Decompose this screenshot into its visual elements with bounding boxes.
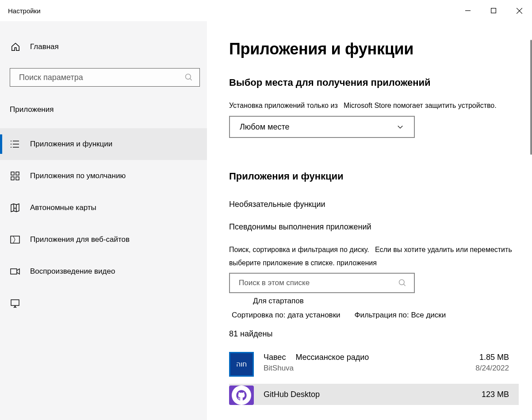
sidebar-item-label: Приложения для веб-сайтов xyxy=(30,235,130,244)
settings-search[interactable] xyxy=(10,68,200,87)
install-source-dropdown[interactable]: Любом месте xyxy=(229,116,415,138)
app-search-input[interactable] xyxy=(239,279,398,287)
sidebar: Главная Приложения Приложения и функции … xyxy=(0,21,207,420)
chevron-down-icon xyxy=(396,123,404,131)
search-icon xyxy=(184,73,193,82)
window-controls xyxy=(455,2,532,19)
sidebar-item-label: Приложения и функции xyxy=(30,140,112,149)
apps-heading: Приложения и функции xyxy=(229,171,519,182)
sidebar-item-label: Воспроизведение видео xyxy=(30,267,115,276)
sidebar-item-default-apps[interactable]: Приложения по умолчанию xyxy=(0,160,207,192)
close-button[interactable] xyxy=(506,2,532,19)
home-label: Главная xyxy=(30,42,59,51)
found-count-row: 81 найдены xyxy=(229,329,519,339)
app-meta: 1.85 MB 8/24/2022 xyxy=(475,352,515,373)
sort-filter-row: Сортировка по: дата установки Фильтрация… xyxy=(229,311,519,320)
app-row[interactable]: GitHub Desktop 123 MB xyxy=(229,384,519,405)
home-nav[interactable]: Главная xyxy=(0,41,207,53)
startup-hint: Для стартапов xyxy=(253,297,519,305)
svg-line-23 xyxy=(404,284,406,286)
svg-rect-1 xyxy=(491,8,496,13)
scrollbar[interactable] xyxy=(530,40,532,155)
source-heading: Выбор места для получения приложений xyxy=(229,77,519,88)
dropdown-value: Любом месте xyxy=(240,122,289,132)
page-title: Приложения и функции xyxy=(229,40,519,58)
app-info: Чавес Мессианское радио BitShuva xyxy=(264,352,475,373)
svg-rect-14 xyxy=(11,177,14,180)
search-icon xyxy=(398,279,407,287)
svg-rect-19 xyxy=(11,269,17,274)
app-info: GitHub Desktop xyxy=(264,389,482,399)
main-content: Приложения и функции Выбор места для пол… xyxy=(207,21,532,420)
app-date: 8/24/2022 xyxy=(475,364,509,373)
sidebar-item-apps-features[interactable]: Приложения и функции xyxy=(0,128,207,160)
app-extra: Мессианское радио xyxy=(295,353,369,362)
minimize-icon xyxy=(465,8,471,13)
found-count: 81 xyxy=(229,329,238,338)
svg-point-4 xyxy=(186,74,191,80)
apps-hint: Поиск, сортировка и фильтрация по диску.… xyxy=(229,243,519,270)
app-list-search[interactable] xyxy=(229,273,415,293)
window-title: Настройки xyxy=(8,7,41,15)
home-icon xyxy=(11,42,20,52)
titlebar: Настройки xyxy=(0,0,532,21)
app-size: 1.85 MB xyxy=(475,353,509,362)
app-size: 123 MB xyxy=(482,390,509,399)
optional-features-link[interactable]: Необязательные функции xyxy=(229,200,519,209)
found-label: найдены xyxy=(240,329,272,338)
app-publisher: BitShuva xyxy=(264,364,475,373)
maximize-button[interactable] xyxy=(481,2,506,19)
app-tile-icon: חוה xyxy=(229,352,254,377)
sidebar-item-startup[interactable] xyxy=(0,287,207,319)
app-meta: 123 MB xyxy=(482,389,515,399)
sidebar-item-label: Автономные карты xyxy=(30,203,96,212)
minimize-button[interactable] xyxy=(455,2,481,19)
list-icon xyxy=(10,139,20,149)
svg-rect-12 xyxy=(11,172,14,175)
website-icon xyxy=(10,234,20,245)
sidebar-section-label: Приложения xyxy=(0,105,207,114)
source-desc: Установка приложений только из Microsoft… xyxy=(229,102,519,110)
svg-point-22 xyxy=(399,279,405,285)
filter-selector[interactable]: Фильтрация по: Все диски xyxy=(355,311,446,320)
map-icon xyxy=(10,202,20,213)
svg-rect-15 xyxy=(16,177,19,180)
maximize-icon xyxy=(491,8,496,13)
sort-selector[interactable]: Сортировка по: дата установки xyxy=(232,311,341,320)
video-icon xyxy=(10,266,20,277)
defaults-icon xyxy=(10,171,20,181)
sidebar-item-label: Приложения по умолчанию xyxy=(30,172,126,180)
github-icon xyxy=(235,389,248,401)
search-input[interactable] xyxy=(19,73,184,82)
app-tile-icon xyxy=(229,386,254,405)
app-name: GitHub Desktop xyxy=(264,390,320,399)
app-name: Чавес xyxy=(264,353,286,362)
app-row[interactable]: חוה Чавес Мессианское радио BitShuva 1.8… xyxy=(229,348,519,382)
sidebar-item-video-playback[interactable]: Воспроизведение видео xyxy=(0,256,207,287)
execution-aliases-link[interactable]: Псевдонимы выполнения приложений xyxy=(229,222,519,232)
svg-line-5 xyxy=(190,79,192,80)
close-icon xyxy=(517,8,522,14)
sidebar-item-offline-maps[interactable]: Автономные карты xyxy=(0,192,207,224)
svg-rect-20 xyxy=(11,300,19,305)
startup-icon xyxy=(10,298,20,309)
sidebar-item-web-apps[interactable]: Приложения для веб-сайтов xyxy=(0,224,207,256)
app-list: חוה Чавес Мессианское радио BitShuva 1.8… xyxy=(229,348,519,405)
svg-rect-13 xyxy=(16,172,19,175)
